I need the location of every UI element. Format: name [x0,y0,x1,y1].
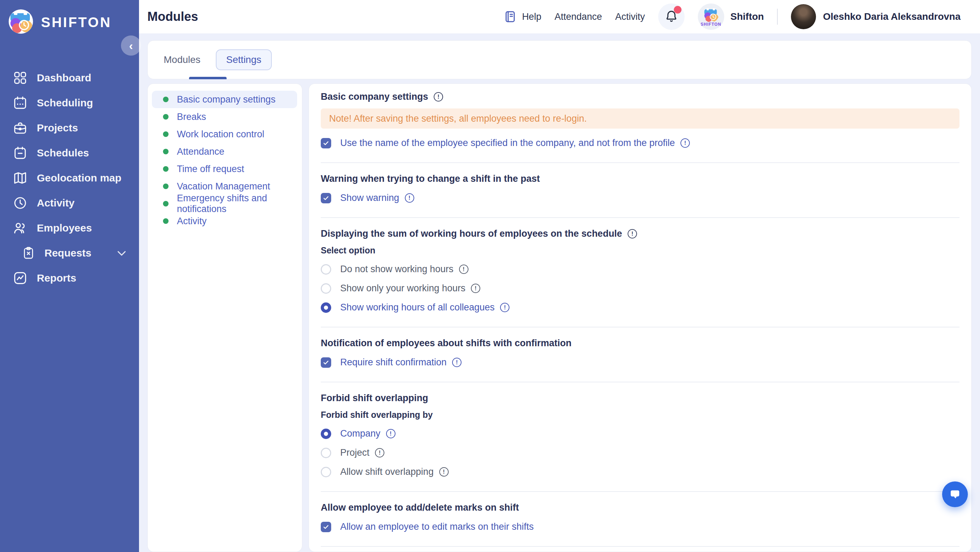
info-icon[interactable]: ! [375,448,384,457]
radio-show-only-your-hours[interactable]: Show only your working hours ! [321,283,959,294]
info-icon[interactable]: ! [386,429,396,438]
sidebar-item-requests[interactable]: Requests [0,240,139,266]
radio-overlap-project[interactable]: Project ! [321,447,959,458]
sidebar-item-scheduling[interactable]: Scheduling [0,91,139,115]
section-forbid-overlapping: Forbid shift overlapping Forbid shift ov… [321,382,959,492]
checkbox-checked-icon[interactable] [321,522,331,532]
allow-edit-marks-checkbox-row[interactable]: Allow an employee to edit marks on their… [321,522,959,532]
user-avatar [791,4,816,29]
schedule-icon [13,145,28,161]
brand[interactable]: SHIFTON [0,0,139,35]
settings-nav-basic-company-settings[interactable]: Basic company settings [152,91,297,108]
status-dot-icon [163,201,169,207]
dashboard-icon [13,70,28,86]
checkbox-checked-icon[interactable] [321,357,331,368]
sidebar-item-employees[interactable]: Employees [0,216,139,240]
settings-nav-time-off-request[interactable]: Time off request [152,160,297,178]
section-marks-on-shift: Allow employee to add/delete marks on sh… [321,492,959,547]
sidebar-collapse-button[interactable]: ‹ [121,35,141,56]
radio-unselected-icon[interactable] [321,467,331,477]
sidebar-item-reports[interactable]: Reports [0,266,139,291]
attendance-link[interactable]: Attendance [555,11,602,22]
company-name: Shifton [730,11,764,22]
radio-selected-icon[interactable] [321,302,331,313]
notifications-button[interactable] [658,3,685,30]
settings-nav-attendance[interactable]: Attendance [152,143,297,160]
help-book-icon [503,10,517,24]
header-divider [777,9,778,25]
sidebar-item-projects[interactable]: Projects [0,115,139,140]
people-icon [13,220,28,236]
sidebar-item-label: Requests [45,247,91,259]
settings-panel: Basic company settings ! Note! After sav… [309,83,972,552]
info-icon[interactable]: ! [452,358,461,367]
settings-nav-vacation-management[interactable]: Vacation Management [152,178,297,195]
activity-link[interactable]: Activity [615,11,645,22]
sidebar-item-label: Scheduling [37,97,93,109]
status-dot-icon [163,183,169,189]
tabs-card: Modules Settings [147,40,972,79]
help-link[interactable]: Help [503,10,541,24]
sidebar-item-label: Dashboard [37,72,91,84]
sidebar-item-label: Employees [37,222,92,234]
sidebar: SHIFTON ‹ Dashboard Scheduling Proj [0,0,139,552]
require-shift-confirmation-checkbox-row[interactable]: Require shift confirmation ! [321,357,959,368]
radio-unselected-icon[interactable] [321,448,331,458]
chevron-left-icon: ‹ [129,39,133,52]
info-icon[interactable]: ! [500,303,509,312]
info-icon[interactable]: ! [459,264,468,274]
settings-nav-activity[interactable]: Activity [152,212,297,230]
section-location-on-shift: Allow employee to add/remove location on… [321,547,959,552]
info-icon[interactable]: ! [439,467,449,477]
use-company-name-checkbox-row[interactable]: Use the name of the employee specified i… [321,138,959,148]
section-heading: Forbid shift overlapping [321,393,959,404]
radio-unselected-icon[interactable] [321,264,331,275]
sidebar-item-label: Geolocation map [37,172,121,184]
user-menu[interactable]: Oleshko Daria Aleksandrovna [791,4,961,29]
status-dot-icon [163,131,169,137]
clipboard-x-icon [22,246,35,260]
chat-support-button[interactable] [942,482,968,507]
tab-modules[interactable]: Modules [164,54,200,65]
radio-selected-icon[interactable] [321,429,331,439]
radio-allow-overlapping[interactable]: Allow shift overlapping ! [321,466,959,477]
radio-unselected-icon[interactable] [321,283,331,294]
info-icon[interactable]: ! [471,284,480,293]
section-working-hours-display: Displaying the sum of working hours of e… [321,218,959,328]
info-icon[interactable]: ! [628,229,637,239]
section-heading: Displaying the sum of working hours of e… [321,228,959,239]
main-area: Modules Help Attendance Activity [139,0,980,552]
sidebar-item-label: Schedules [37,147,89,159]
section-shift-confirmation: Notification of employees about shifts w… [321,328,959,382]
radio-do-not-show-hours[interactable]: Do not show working hours ! [321,264,959,275]
clock-icon [13,196,28,211]
checkbox-checked-icon[interactable] [321,138,331,148]
settings-nav-emergency-shifts[interactable]: Emergency shifts and notifications [152,195,297,212]
section-heading: Warning when trying to change a shift in… [321,173,959,184]
forbid-overlapping-by-label: Forbid shift overlapping by [321,410,959,420]
settings-nav: Basic company settings Breaks Work locat… [147,83,302,552]
report-icon [13,270,28,286]
sidebar-item-label: Reports [37,272,76,284]
status-dot-icon [163,166,169,172]
company-switcher[interactable]: SHIFTON Shifton [698,3,764,30]
sidebar-item-dashboard[interactable]: Dashboard [0,65,139,91]
info-icon[interactable]: ! [434,92,443,102]
tab-settings[interactable]: Settings [216,49,272,70]
settings-nav-breaks[interactable]: Breaks [152,108,297,126]
checkbox-checked-icon[interactable] [321,193,331,204]
info-icon[interactable]: ! [681,138,690,148]
sidebar-item-schedules[interactable]: Schedules [0,140,139,165]
select-option-label: Select option [321,245,959,256]
calendar-icon [13,95,28,111]
page-title: Modules [147,10,198,24]
info-icon[interactable]: ! [405,193,414,203]
radio-show-all-colleagues-hours[interactable]: Show working hours of all colleagues ! [321,302,959,313]
radio-overlap-company[interactable]: Company ! [321,428,959,439]
section-shift-past-warning: Warning when trying to change a shift in… [321,163,959,218]
sidebar-item-activity[interactable]: Activity [0,191,139,216]
settings-nav-work-location-control[interactable]: Work location control [152,126,297,143]
status-dot-icon [163,97,169,102]
show-warning-checkbox-row[interactable]: Show warning ! [321,192,959,204]
sidebar-item-geolocation-map[interactable]: Geolocation map [0,165,139,191]
